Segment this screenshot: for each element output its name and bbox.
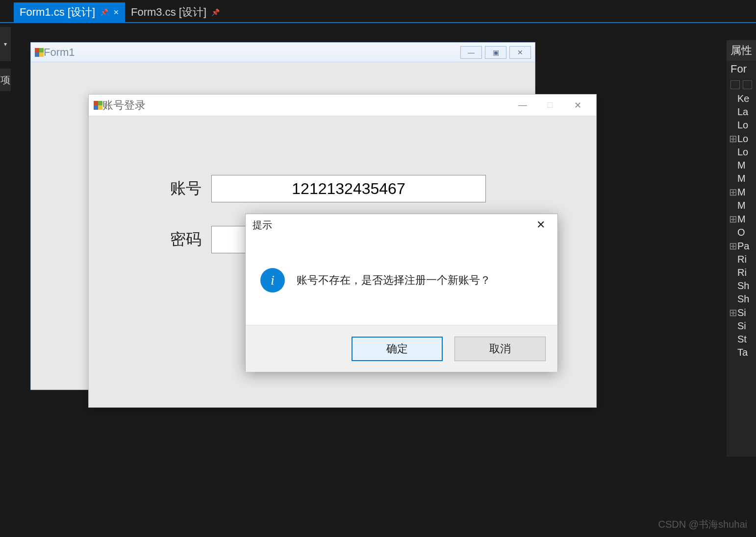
messagebox-title: 提示 <box>252 219 531 232</box>
tab-form3[interactable]: Form3.cs [设计] 📌 <box>125 2 226 22</box>
property-name: Pa <box>737 241 754 252</box>
property-row[interactable]: St <box>727 333 756 346</box>
property-row[interactable]: Sh <box>727 279 756 293</box>
property-name: Ri <box>737 254 754 265</box>
expand-icon[interactable]: ⊞ <box>729 213 737 225</box>
form-app-icon <box>94 101 102 110</box>
maximize-button: □ <box>536 95 564 116</box>
property-row[interactable]: Sh <box>727 293 756 306</box>
password-label: 密码 <box>148 229 202 250</box>
login-title: 账号登录 <box>102 98 509 113</box>
property-name: O <box>737 227 754 238</box>
messagebox-footer: 确定 取消 <box>246 325 557 372</box>
cancel-button[interactable]: 取消 <box>454 337 546 361</box>
property-name: Si <box>737 307 754 318</box>
property-row[interactable]: ⊞M <box>727 212 756 226</box>
tab-label: Form3.cs [设计] <box>131 5 206 20</box>
messagebox-titlebar: 提示 ✕ <box>246 214 557 236</box>
properties-panel: 属性 For KeLaLo⊞LoLoMM⊞MM⊞MO⊞PaRiRiShSh⊞Si… <box>727 40 756 457</box>
property-name: Lo <box>737 120 754 131</box>
tab-underline <box>0 22 756 23</box>
property-name: Sh <box>737 280 754 292</box>
properties-header: 属性 <box>727 40 756 61</box>
messagebox: 提示 ✕ i 账号不存在，是否选择注册一个新账号？ 确定 取消 <box>245 214 558 371</box>
property-row[interactable]: Ke <box>727 92 756 105</box>
ok-button[interactable]: 确定 <box>352 337 443 361</box>
property-name: M <box>737 160 754 171</box>
property-name: Ri <box>737 267 754 278</box>
property-name: M <box>737 187 754 198</box>
form1-titlebar: Form1 — ▣ ✕ <box>31 43 535 62</box>
messagebox-body: i 账号不存在，是否选择注册一个新账号？ <box>246 236 557 325</box>
property-row[interactable]: ⊞M <box>727 185 756 199</box>
property-row[interactable]: ⊞Si <box>727 306 756 319</box>
document-tab-bar: Form1.cs [设计] 📌 ✕ Form3.cs [设计] 📌 <box>14 2 226 22</box>
property-row[interactable]: Lo <box>727 119 756 132</box>
property-row[interactable]: Si <box>727 319 756 333</box>
property-name: Lo <box>737 133 754 145</box>
left-gutter-dropdown[interactable]: ▾ <box>0 27 11 61</box>
property-name: St <box>737 334 754 345</box>
property-name: Ke <box>737 93 754 104</box>
expand-icon[interactable]: ⊞ <box>729 186 737 198</box>
tab-form1[interactable]: Form1.cs [设计] 📌 ✕ <box>14 2 125 22</box>
form1-title: Form1 <box>44 46 460 59</box>
expand-icon[interactable]: ⊞ <box>729 307 737 318</box>
left-gutter-item[interactable]: 项 <box>0 69 11 91</box>
account-input[interactable] <box>211 175 486 202</box>
close-button[interactable]: ✕ <box>564 95 591 116</box>
property-name: M <box>737 200 754 211</box>
properties-subheader[interactable]: For <box>727 61 756 77</box>
property-row[interactable]: M <box>727 199 756 212</box>
close-button[interactable]: ✕ <box>531 215 551 235</box>
property-name: Si <box>737 320 754 332</box>
property-row[interactable]: Ta <box>727 346 756 359</box>
property-name: Sh <box>737 293 754 305</box>
property-row[interactable]: Lo <box>727 146 756 159</box>
properties-toolbar <box>727 77 756 92</box>
close-button[interactable]: ✕ <box>509 46 531 59</box>
account-label: 账号 <box>148 178 202 199</box>
expand-icon[interactable]: ⊞ <box>729 240 737 252</box>
messagebox-text: 账号不存在，是否选择注册一个新账号？ <box>297 273 491 288</box>
properties-rows: KeLaLo⊞LoLoMM⊞MM⊞MO⊞PaRiRiShSh⊞SiSiStTa <box>727 92 756 359</box>
property-row[interactable]: Ri <box>727 253 756 266</box>
property-name: La <box>737 106 754 118</box>
categorized-icon[interactable] <box>731 80 740 89</box>
property-row[interactable]: ⊞Lo <box>727 132 756 146</box>
property-name: Ta <box>737 347 754 358</box>
form-app-icon <box>35 48 44 57</box>
maximize-button[interactable]: ▣ <box>485 46 506 59</box>
property-name: Lo <box>737 146 754 158</box>
property-name: M <box>737 214 754 225</box>
pin-icon[interactable]: 📌 <box>100 8 108 16</box>
login-titlebar: 账号登录 — □ ✕ <box>89 95 596 116</box>
minimize-button[interactable]: — <box>509 95 536 116</box>
pin-icon[interactable]: 📌 <box>211 8 220 16</box>
property-row[interactable]: M <box>727 172 756 185</box>
property-row[interactable]: O <box>727 226 756 239</box>
watermark: CSDN @书海shuhai <box>658 518 747 531</box>
minimize-button[interactable]: — <box>460 46 482 59</box>
chevron-down-icon: ▾ <box>4 41 7 48</box>
property-row[interactable]: Ri <box>727 266 756 279</box>
property-row[interactable]: La <box>727 105 756 119</box>
info-icon: i <box>260 268 285 293</box>
window-buttons: — ▣ ✕ <box>460 46 531 59</box>
close-icon[interactable]: ✕ <box>113 8 119 16</box>
expand-icon[interactable]: ⊞ <box>729 133 737 145</box>
property-row[interactable]: ⊞Pa <box>727 239 756 253</box>
property-name: M <box>737 173 754 184</box>
alphabetical-icon[interactable] <box>743 80 752 89</box>
property-row[interactable]: M <box>727 159 756 172</box>
tab-label: Form1.cs [设计] <box>20 5 95 20</box>
account-row: 账号 <box>148 175 596 202</box>
